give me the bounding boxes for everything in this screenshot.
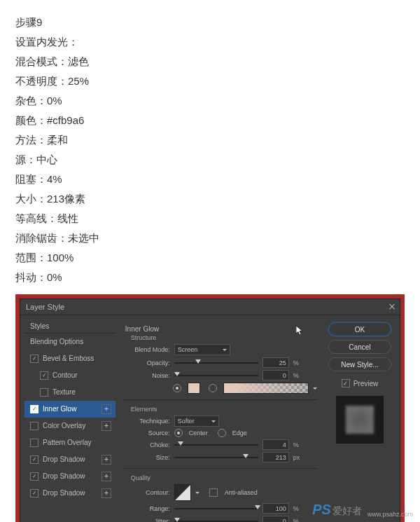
- add-effect-icon[interactable]: +: [102, 404, 111, 414]
- ok-button[interactable]: OK: [328, 322, 391, 336]
- anti-aliased-label: Anti-aliased: [225, 489, 258, 496]
- chevron-down-icon: [223, 349, 227, 351]
- watermark: PS 爱好者 www.psahz.com: [312, 502, 413, 518]
- blend-mode-label: Blend Mode:: [128, 346, 170, 353]
- setting-line: 杂色：0%: [15, 91, 405, 111]
- close-icon[interactable]: [388, 303, 396, 310]
- style-blending-options[interactable]: Blending Options: [24, 334, 115, 350]
- jitter-label: Jitter:: [128, 518, 170, 523]
- style-drop-shadow[interactable]: Drop Shadow +: [24, 468, 115, 485]
- noise-value[interactable]: 0: [262, 370, 289, 380]
- styles-list: Styles Blending Options Bevel & Emboss C…: [24, 320, 115, 522]
- setting-line: 大小：213像素: [15, 189, 405, 209]
- quality-label: Quality: [131, 474, 317, 481]
- technique-select[interactable]: Softer: [174, 415, 219, 427]
- checkbox-icon[interactable]: [30, 455, 38, 464]
- structure-label: Structure: [131, 334, 317, 341]
- style-label: Pattern Overlay: [43, 439, 91, 446]
- chevron-down-icon[interactable]: [313, 387, 317, 390]
- new-style-button[interactable]: New Style...: [328, 357, 391, 371]
- style-bevel-emboss[interactable]: Bevel & Emboss: [24, 350, 115, 367]
- color-radio[interactable]: [173, 384, 181, 392]
- setting-line: 抖动：0%: [15, 268, 405, 287]
- choke-slider[interactable]: [174, 441, 258, 449]
- add-effect-icon[interactable]: +: [102, 455, 111, 465]
- style-label: Color Overlay: [43, 422, 85, 430]
- cancel-button[interactable]: Cancel: [328, 340, 391, 354]
- style-texture[interactable]: Texture: [24, 384, 115, 401]
- source-edge-label: Edge: [232, 430, 247, 437]
- opacity-value[interactable]: 25: [262, 357, 289, 368]
- setting-line: 消除锯齿：未选中: [15, 228, 405, 248]
- source-center-radio[interactable]: [174, 429, 183, 437]
- preview-thumbnail: [336, 396, 384, 444]
- style-inner-glow[interactable]: Inner Glow +: [24, 401, 115, 418]
- style-label: Drop Shadow: [43, 455, 85, 463]
- add-effect-icon[interactable]: +: [102, 472, 111, 481]
- inner-glow-panel: Inner Glow Structure Blend Mode: Screen …: [115, 320, 324, 522]
- opacity-slider[interactable]: [174, 359, 258, 367]
- opacity-label: Opacity:: [128, 359, 170, 366]
- style-label: Inner Glow: [43, 405, 76, 413]
- choke-value[interactable]: 4: [262, 439, 289, 450]
- glow-color-swatch[interactable]: [188, 383, 200, 394]
- noise-label: Noise:: [128, 372, 170, 379]
- checkbox-icon[interactable]: [30, 489, 38, 497]
- style-pattern-overlay[interactable]: Pattern Overlay: [24, 434, 115, 451]
- instructions-block: 步骤9 设置内发光： 混合模式：滤色 不透明度：25% 杂色：0% 颜色：#cf…: [0, 0, 420, 294]
- size-value[interactable]: 213: [262, 452, 289, 462]
- style-drop-shadow[interactable]: Drop Shadow +: [24, 451, 115, 468]
- range-value[interactable]: 100: [262, 503, 289, 514]
- elements-label: Elements: [131, 406, 317, 413]
- checkbox-icon[interactable]: [30, 355, 38, 363]
- checkbox-icon[interactable]: [30, 405, 38, 413]
- anti-aliased-checkbox[interactable]: [209, 488, 218, 497]
- style-label: Contour: [52, 371, 78, 379]
- preview-checkbox[interactable]: ✓: [342, 379, 350, 387]
- dialog-title: Layer Style: [26, 303, 64, 311]
- range-label: Range:: [128, 505, 170, 512]
- styles-header: Styles: [24, 320, 115, 334]
- preview-label: Preview: [354, 380, 379, 387]
- step-number: 步骤9: [15, 13, 405, 32]
- panel-title: Inner Glow: [125, 325, 317, 333]
- blend-mode-select[interactable]: Screen: [174, 344, 230, 355]
- add-effect-icon[interactable]: +: [102, 488, 111, 498]
- setting-line: 颜色：#cfb9a6: [15, 111, 405, 130]
- source-center-label: Center: [189, 430, 208, 437]
- source-edge-radio[interactable]: [218, 429, 226, 437]
- setting-line: 范围：100%: [15, 248, 405, 268]
- checkbox-icon[interactable]: [40, 388, 48, 397]
- contour-picker[interactable]: [174, 484, 191, 501]
- checkbox-icon[interactable]: [40, 371, 48, 380]
- jitter-value[interactable]: 0: [262, 516, 289, 522]
- checkbox-icon[interactable]: [30, 472, 38, 481]
- style-label: Bevel & Emboss: [43, 355, 94, 362]
- layer-style-dialog: Layer Style Styles Blending Options Beve…: [20, 298, 400, 522]
- screenshot-frame: Layer Style Styles Blending Options Beve…: [15, 294, 405, 522]
- gradient-radio[interactable]: [209, 384, 217, 392]
- dialog-titlebar: Layer Style: [20, 299, 400, 315]
- checkbox-icon[interactable]: [30, 439, 38, 447]
- style-label: Texture: [52, 388, 76, 396]
- chevron-down-icon[interactable]: [195, 492, 200, 494]
- style-drop-shadow[interactable]: Drop Shadow +: [24, 485, 115, 502]
- style-label: Drop Shadow: [43, 489, 85, 497]
- style-label: Blending Options: [30, 338, 83, 345]
- chevron-down-icon: [211, 420, 216, 423]
- style-label: Drop Shadow: [43, 472, 85, 480]
- setting-line: 方法：柔和: [15, 130, 405, 150]
- setting-line: 不透明度：25%: [15, 71, 405, 91]
- size-slider[interactable]: [174, 453, 258, 462]
- source-label: Source:: [128, 430, 170, 437]
- style-contour[interactable]: Contour: [24, 367, 115, 384]
- checkbox-icon[interactable]: [30, 422, 38, 430]
- noise-slider[interactable]: [174, 371, 258, 380]
- section-title: 设置内发光：: [15, 32, 405, 52]
- range-slider[interactable]: [174, 504, 258, 513]
- jitter-slider[interactable]: [174, 517, 258, 523]
- technique-label: Technique:: [128, 418, 170, 425]
- glow-gradient[interactable]: [223, 383, 309, 394]
- style-color-overlay[interactable]: Color Overlay +: [24, 418, 115, 434]
- add-effect-icon[interactable]: +: [102, 421, 111, 431]
